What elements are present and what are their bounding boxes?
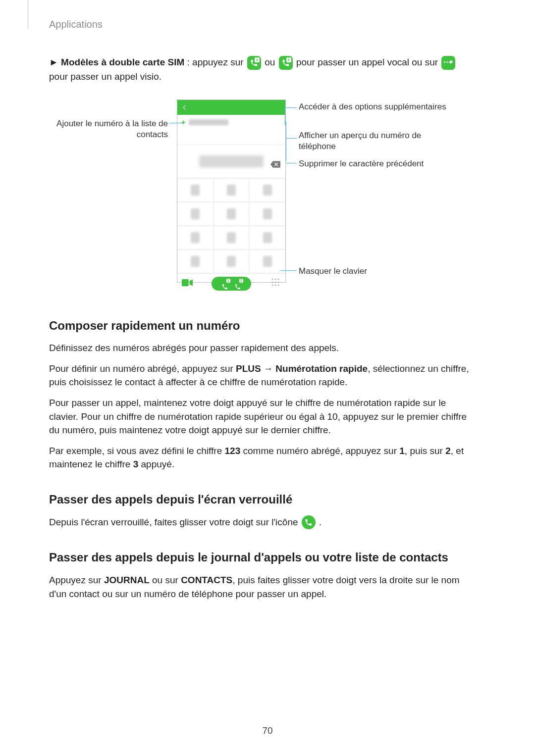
sim-badge-2: 2 [239, 279, 243, 283]
intro-text: pour passer un appel vocal ou sur [296, 57, 441, 67]
sim-badge-1: 1 [226, 279, 230, 283]
add-contact-blur [189, 119, 228, 125]
plus-icon: + [181, 117, 186, 128]
add-to-contacts-row: + [177, 115, 285, 130]
action-row: 1 2 [177, 273, 285, 294]
intro-prefix: ► [49, 57, 61, 67]
intro-bold: Modèles à double carte SIM [61, 57, 184, 67]
intro-text: : appuyez sur [184, 57, 246, 67]
callout-backspace: Supprimer le caractère précédent [299, 158, 457, 170]
journal-p1: Appuyez sur JOURNAL ou sur CONTACTS, pui… [49, 573, 476, 601]
phone-screenshot: + [177, 100, 286, 283]
intro-paragraph: ► Modèles à double carte SIM : appuyez s… [49, 55, 476, 84]
phone-icon [302, 515, 316, 529]
speed-dial-p2: Pour définir un numéro abrégé, appuyez s… [49, 362, 476, 389]
svg-point-4 [272, 282, 273, 283]
svg-point-2 [275, 279, 276, 280]
page-number: 70 [0, 725, 535, 736]
callout-number-preview: Afficher un aperçu du numéro de téléphon… [299, 130, 457, 153]
section-title-journal: Passer des appels depuis le journal d'ap… [49, 549, 476, 566]
keypad [177, 178, 285, 273]
speed-dial-p1: Définissez des numéros abrégés pour pass… [49, 341, 476, 355]
call-sim2-icon: 2 [234, 280, 241, 287]
sim-badge-1: 1 [255, 57, 260, 62]
call-sim1-icon: 1 [221, 280, 228, 287]
svg-point-8 [275, 285, 276, 286]
number-display [177, 145, 285, 178]
backspace-icon [270, 158, 280, 165]
intro-text: pour passer un appel visio. [49, 71, 161, 82]
phone-sim2-icon: 2 [279, 56, 293, 70]
callout-hide-keypad: Masquer le clavier [299, 266, 457, 277]
back-arrow-icon [181, 104, 188, 111]
keypad-toggle-icon [271, 277, 280, 291]
phone-sim1-icon: 1 [247, 56, 261, 70]
svg-point-3 [278, 279, 279, 280]
dialer-figure: + [49, 100, 476, 298]
svg-point-7 [272, 285, 273, 286]
intro-text: ou [265, 57, 277, 67]
svg-point-6 [278, 282, 279, 283]
call-pill: 1 2 [212, 277, 251, 291]
number-blur [199, 155, 264, 167]
svg-point-1 [272, 279, 273, 280]
page-top-divider [28, 0, 28, 29]
callout-more-options: Accéder à des options supplémentaires [299, 101, 457, 113]
svg-point-9 [278, 285, 279, 286]
phone-topbar [177, 100, 285, 115]
speed-dial-p4: Par exemple, si vous avez défini le chif… [49, 444, 476, 471]
section-title-lockscreen: Passer des appels depuis l'écran verroui… [49, 491, 476, 508]
svg-point-5 [275, 282, 276, 283]
speed-dial-p3: Pour passer un appel, maintenez votre do… [49, 396, 476, 437]
sim-badge-2: 2 [286, 57, 291, 62]
video-icon [182, 277, 193, 291]
svg-rect-0 [182, 279, 189, 287]
callout-add-contact: Ajouter le numéro à la liste de contacts [49, 118, 168, 141]
section-title-speed-dial: Composer rapidement un numéro [49, 317, 476, 335]
header-section-label: Applications [49, 19, 103, 30]
lockscreen-p1: Depuis l'écran verrouillé, faites glisse… [49, 515, 476, 530]
video-call-icon [441, 56, 455, 70]
